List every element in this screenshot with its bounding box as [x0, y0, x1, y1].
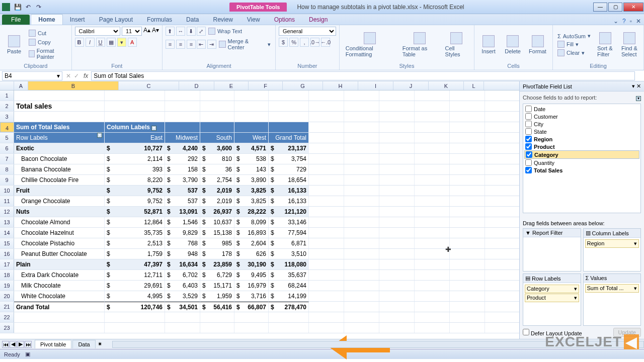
tab-data[interactable]: Data — [179, 15, 206, 25]
col-header-L[interactable]: L — [464, 81, 484, 90]
cell[interactable]: $120,746 — [105, 302, 165, 312]
cell[interactable]: $47,397 — [105, 259, 165, 269]
cell[interactable]: $8,220 — [105, 175, 165, 185]
cell[interactable]: South — [200, 133, 234, 143]
orientation-icon[interactable]: ⤢ — [197, 27, 206, 36]
cell[interactable] — [450, 270, 485, 280]
cell[interactable] — [200, 112, 234, 122]
cell[interactable] — [415, 238, 450, 248]
close-button[interactable]: ✕ — [623, 3, 643, 12]
cell[interactable]: $6,403 — [165, 281, 200, 291]
cell[interactable] — [309, 175, 344, 185]
field-customer[interactable]: Customer — [524, 113, 639, 120]
field-list-close-icon[interactable]: ✕ — [636, 83, 641, 89]
cell[interactable] — [309, 164, 344, 174]
row-header[interactable]: 7 — [0, 154, 14, 164]
cell[interactable] — [344, 323, 379, 333]
cell[interactable]: $3,825 — [234, 186, 269, 196]
cell[interactable]: White Chocolate — [14, 291, 105, 301]
cell[interactable] — [379, 143, 415, 153]
cell[interactable] — [450, 249, 485, 259]
number-format-select[interactable]: General — [279, 27, 336, 36]
cell[interactable]: $3,754 — [269, 154, 309, 164]
cell[interactable] — [415, 133, 450, 143]
row-header[interactable]: 11 — [0, 196, 14, 206]
cell[interactable]: $14,199 — [269, 291, 309, 301]
cell[interactable] — [309, 259, 344, 269]
cell[interactable] — [379, 217, 415, 227]
conditional-formatting-button[interactable]: Conditional Formatting — [343, 31, 397, 58]
paste-button[interactable]: Paste — [3, 34, 25, 55]
cell[interactable] — [415, 90, 450, 101]
row-header[interactable]: 22 — [0, 312, 14, 322]
cell[interactable]: $9,829 — [165, 228, 200, 238]
cell[interactable] — [415, 291, 450, 301]
cell[interactable] — [450, 196, 485, 206]
bold-button[interactable]: B — [75, 38, 84, 47]
cell[interactable]: $3,600 — [200, 143, 234, 153]
row-header[interactable]: 14 — [0, 228, 14, 238]
enter-formula-icon[interactable]: ✓ — [74, 72, 79, 79]
cell[interactable] — [105, 101, 165, 111]
cell[interactable] — [450, 143, 485, 153]
cell[interactable] — [379, 259, 415, 269]
comma-icon[interactable]: , — [300, 38, 309, 47]
cell[interactable] — [344, 270, 379, 280]
cell[interactable]: Banana Chocolate — [14, 164, 105, 174]
area-row-labels[interactable]: ▤Row Labels Category▾Product▾ — [523, 274, 581, 326]
col-header-H[interactable]: H — [323, 81, 358, 90]
copy-button[interactable]: Copy — [27, 38, 68, 46]
cell[interactable]: $3,716 — [234, 291, 269, 301]
cell[interactable]: $16,979 — [234, 281, 269, 291]
cell[interactable] — [379, 112, 415, 122]
cell[interactable]: $9,495 — [234, 270, 269, 280]
cell[interactable]: $985 — [200, 238, 234, 248]
cell[interactable] — [379, 101, 415, 111]
row-header[interactable]: 5 — [0, 133, 14, 143]
cell[interactable] — [309, 249, 344, 259]
cell[interactable]: $26,937 — [200, 207, 234, 217]
cell[interactable] — [344, 302, 379, 312]
cell[interactable]: $2,019 — [200, 196, 234, 206]
cell[interactable]: $23,137 — [269, 143, 309, 153]
align-middle-icon[interactable]: ↔ — [176, 27, 185, 36]
cell[interactable]: $6,871 — [269, 238, 309, 248]
field-quantity[interactable]: Quantity — [524, 159, 639, 166]
currency-icon[interactable]: $ — [279, 38, 288, 47]
cell-styles-button[interactable]: Cell Styles — [442, 31, 471, 58]
cell[interactable] — [309, 143, 344, 153]
cell[interactable] — [309, 228, 344, 238]
merge-center-button[interactable]: Merge & Center ▾ — [217, 38, 272, 51]
cell[interactable] — [450, 291, 485, 301]
cell[interactable] — [200, 101, 234, 111]
cell[interactable] — [450, 186, 485, 196]
cell[interactable] — [344, 207, 379, 217]
row-header[interactable]: 1 — [0, 90, 14, 101]
cell[interactable] — [200, 122, 234, 132]
cell[interactable]: $18,654 — [269, 175, 309, 185]
cell[interactable] — [105, 112, 165, 122]
cell[interactable] — [415, 101, 450, 111]
sheet-tab-data[interactable]: Data — [72, 340, 95, 348]
cell[interactable] — [379, 90, 415, 101]
increase-decimal-icon[interactable]: .0→ — [310, 38, 319, 47]
cell[interactable] — [309, 312, 344, 322]
delete-cells-button[interactable]: Delete — [502, 34, 524, 55]
cell[interactable] — [379, 196, 415, 206]
cell[interactable] — [309, 186, 344, 196]
cell[interactable] — [344, 122, 379, 132]
column-headers[interactable]: ABCDEFGHIJKL — [0, 81, 519, 90]
find-select-button[interactable]: Find & Select — [618, 31, 640, 58]
cell[interactable] — [200, 90, 234, 101]
cell[interactable]: $13,091 — [165, 207, 200, 217]
col-header-B[interactable]: B — [28, 81, 119, 90]
cell[interactable]: $178 — [200, 249, 234, 259]
increase-font-icon[interactable]: A▴ — [143, 27, 150, 36]
cell[interactable] — [450, 207, 485, 217]
row-header[interactable]: 12 — [0, 207, 14, 217]
col-header-E[interactable]: E — [214, 81, 249, 90]
cell[interactable] — [415, 217, 450, 227]
field-total-sales[interactable]: Total Sales — [524, 166, 639, 174]
cell[interactable]: $1,959 — [200, 291, 234, 301]
cell[interactable]: $34,501 — [165, 302, 200, 312]
